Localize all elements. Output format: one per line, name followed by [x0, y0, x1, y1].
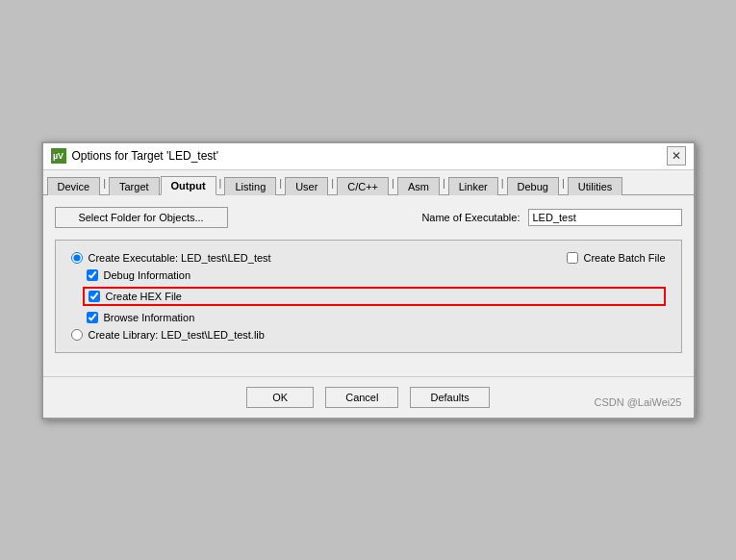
create-hex-row: Create HEX File [83, 287, 666, 306]
close-button[interactable]: ✕ [667, 146, 686, 165]
group-content: Create Executable: LED_test\LED_test Deb… [71, 252, 666, 341]
tab-utilities[interactable]: Utilities [568, 177, 622, 195]
tab-content: Select Folder for Objects... Name of Exe… [43, 195, 694, 376]
tab-output[interactable]: Output [161, 176, 216, 195]
debug-info-row: Debug Information [87, 269, 666, 281]
tab-debug[interactable]: Debug [507, 177, 559, 195]
tab-asm[interactable]: Asm [397, 177, 440, 195]
tab-bar: Device | Target Output | Listing | User … [43, 170, 694, 195]
tab-device[interactable]: Device [47, 177, 101, 195]
debug-info-label: Debug Information [104, 269, 191, 281]
create-batch-checkbox[interactable] [567, 252, 578, 264]
executable-label: Name of Executable: [421, 212, 520, 223]
cancel-button[interactable]: Cancel [325, 387, 398, 408]
executable-row: Name of Executable: [421, 209, 681, 226]
options-group: Create Executable: LED_test\LED_test Deb… [55, 240, 682, 353]
select-folder-button[interactable]: Select Folder for Objects... [55, 207, 228, 228]
browse-info-checkbox[interactable] [87, 312, 98, 323]
create-batch-row: Create Batch File [567, 252, 666, 264]
create-executable-radio[interactable] [71, 252, 83, 264]
browse-info-row: Browse Information [87, 312, 666, 323]
tab-linker[interactable]: Linker [448, 177, 498, 195]
ok-button[interactable]: OK [246, 387, 314, 408]
defaults-button[interactable]: Defaults [410, 387, 489, 408]
watermark-text: CSDN @LaiWei25 [594, 396, 681, 408]
tab-target[interactable]: Target [109, 177, 160, 195]
create-batch-label: Create Batch File [584, 252, 666, 264]
window-footer: OK Cancel Defaults CSDN @LaiWei25 [43, 376, 694, 418]
tab-user[interactable]: User [285, 177, 328, 195]
create-library-row: Create Library: LED_test\LED_test.lib [71, 329, 666, 341]
app-icon: µV [51, 148, 66, 164]
executable-input[interactable] [528, 209, 682, 226]
top-row: Select Folder for Objects... Name of Exe… [55, 207, 682, 228]
tab-listing[interactable]: Listing [224, 177, 276, 195]
create-hex-label: Create HEX File [106, 291, 182, 302]
title-bar: µV Options for Target 'LED_test' ✕ [43, 143, 694, 170]
main-window: µV Options for Target 'LED_test' ✕ Devic… [41, 141, 696, 420]
create-library-label: Create Library: LED_test\LED_test.lib [89, 329, 265, 341]
debug-info-checkbox[interactable] [87, 269, 98, 281]
create-library-radio[interactable] [71, 329, 83, 341]
create-batch-container: Create Batch File [567, 252, 666, 264]
title-bar-left: µV Options for Target 'LED_test' [51, 148, 218, 164]
browse-info-label: Browse Information [104, 312, 195, 323]
window-title: Options for Target 'LED_test' [72, 149, 218, 163]
create-hex-checkbox[interactable] [89, 291, 100, 302]
tab-cpp[interactable]: C/C++ [337, 177, 389, 195]
create-executable-label: Create Executable: LED_test\LED_test [89, 252, 271, 264]
